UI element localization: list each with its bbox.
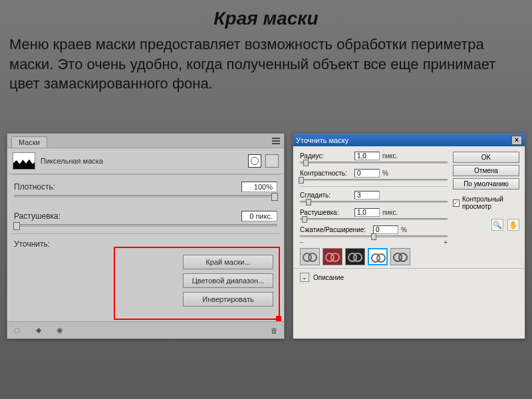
preview-checkbox[interactable]: ✓ — [453, 200, 460, 207]
close-icon[interactable]: × — [511, 136, 522, 145]
shrink-slider[interactable]: −+ — [300, 235, 448, 237]
toggle-mask-icon[interactable]: ◉ — [55, 326, 65, 335]
hand-icon[interactable]: ✋ — [507, 219, 519, 231]
ok-button[interactable]: OK — [453, 152, 519, 163]
density-value[interactable]: 100% — [241, 182, 277, 192]
cancel-button[interactable]: Отмена — [453, 165, 519, 176]
feather-unit-dlg: пикс. — [382, 209, 398, 216]
feather-slider[interactable] — [14, 224, 277, 227]
trash-icon[interactable]: 🗑 — [269, 326, 279, 335]
shrink-label: Сжатие/Расширение: — [300, 226, 373, 233]
radius-slider[interactable] — [300, 162, 448, 164]
smooth-label: Сгладить: — [300, 192, 354, 199]
default-button[interactable]: По умолчанию — [453, 178, 519, 190]
invert-button[interactable]: Инвертировать — [183, 292, 273, 307]
radius-input[interactable]: 1,0 — [354, 152, 380, 160]
contrast-unit: % — [382, 170, 388, 177]
contrast-label: Контрастность: — [300, 170, 354, 177]
contrast-slider[interactable] — [300, 179, 448, 181]
color-range-button[interactable]: Цветовой диапазон... — [183, 273, 273, 288]
refine-label: Уточнить: — [14, 239, 94, 249]
pixel-mask-button[interactable] — [248, 154, 261, 168]
panel-footer: ◌ ◆ ◉ 🗑 — [7, 321, 284, 338]
shrink-unit: % — [401, 226, 407, 233]
density-slider[interactable] — [14, 195, 277, 198]
preview-mode-white[interactable] — [368, 248, 388, 265]
tabbar: Маски — [7, 134, 284, 148]
smooth-input[interactable]: 3 — [354, 191, 380, 200]
apply-mask-icon[interactable]: ◆ — [34, 326, 43, 335]
feather-input-dlg[interactable]: 1,0 — [354, 208, 380, 217]
preview-check-label: Контрольный просмотр — [462, 196, 519, 210]
preview-mode-mask[interactable] — [390, 248, 410, 265]
preview-mode-black[interactable] — [345, 248, 365, 265]
feather-label: Растушевка: — [14, 211, 241, 221]
load-selection-icon[interactable]: ◌ — [13, 326, 22, 335]
description-toggle-icon[interactable]: ⌄ — [300, 273, 309, 282]
refine-mask-dialog: Уточнить маску × Радиус:1,0пикс. Контрас… — [293, 133, 525, 339]
page-description: Меню краев маски предоставляет возможнос… — [0, 29, 532, 94]
panel-menu-icon[interactable] — [272, 138, 280, 144]
masks-panel: Маски Пиксельная маска Плотность: 100% Р… — [7, 133, 285, 339]
radius-label: Радиус: — [300, 152, 354, 160]
feather-slider-dlg[interactable] — [300, 218, 448, 220]
smooth-slider[interactable] — [300, 201, 448, 203]
density-label: Плотность: — [14, 182, 241, 192]
mask-thumbnail-icon — [13, 152, 35, 170]
mask-type-label: Пиксельная маска — [41, 157, 103, 165]
feather-label-dlg: Растушевка: — [300, 209, 354, 216]
dialog-title: Уточнить маску — [296, 136, 348, 144]
tab-masks[interactable]: Маски — [11, 136, 47, 148]
zoom-icon[interactable]: 🔍 — [491, 219, 503, 231]
preview-mode-rubylith[interactable] — [323, 248, 342, 265]
description-label: Описание — [313, 274, 344, 281]
page-title: Края маски — [0, 0, 532, 29]
dialog-titlebar[interactable]: Уточнить маску × — [293, 134, 525, 146]
shrink-input[interactable]: 0 — [373, 225, 398, 234]
mask-edge-button[interactable]: Край маски... — [183, 255, 273, 269]
vector-mask-button[interactable] — [265, 154, 279, 168]
contrast-input[interactable]: 0 — [354, 169, 380, 178]
preview-modes — [293, 245, 525, 268]
radius-unit: пикс. — [382, 152, 398, 160]
preview-mode-standard[interactable] — [300, 248, 320, 265]
feather-value[interactable]: 0 пикс. — [241, 211, 277, 221]
